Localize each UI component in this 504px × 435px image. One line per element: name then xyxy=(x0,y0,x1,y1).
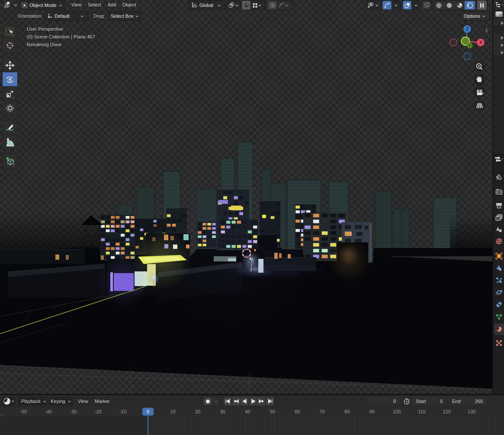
svg-text:80: 80 xyxy=(344,409,350,414)
svg-text:-30: -30 xyxy=(70,409,77,414)
svg-text:-40: -40 xyxy=(45,409,52,414)
svg-text:Z: Z xyxy=(466,27,469,32)
svg-text:40: 40 xyxy=(245,409,250,414)
svg-text:60: 60 xyxy=(295,409,300,414)
svg-text:120: 120 xyxy=(443,409,450,414)
svg-text:110: 110 xyxy=(418,409,426,414)
svg-text:50: 50 xyxy=(270,409,275,414)
svg-text:30: 30 xyxy=(220,409,225,414)
svg-text:-20: -20 xyxy=(95,409,102,414)
svg-text:10: 10 xyxy=(170,409,175,414)
svg-text:-10: -10 xyxy=(119,409,126,414)
svg-text:-50: -50 xyxy=(20,409,27,414)
svg-text:100: 100 xyxy=(393,409,401,414)
svg-text:90: 90 xyxy=(369,409,375,414)
svg-text:X: X xyxy=(479,40,482,45)
svg-text:Y: Y xyxy=(469,43,471,48)
svg-text:130: 130 xyxy=(468,409,475,414)
svg-text:70: 70 xyxy=(320,409,325,414)
svg-text:20: 20 xyxy=(195,409,200,414)
